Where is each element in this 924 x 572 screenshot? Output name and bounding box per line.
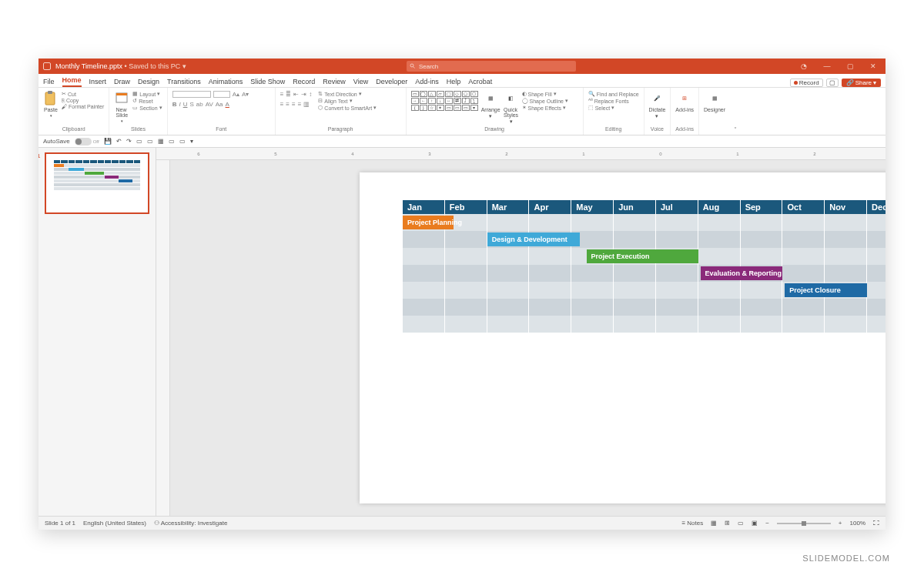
smartart-button[interactable]: ⬡ Convert to SmartArt ▾ — [318, 105, 377, 111]
slide[interactable]: JanFebMarAprMayJunJulAugSepOctNovDec Pro… — [360, 172, 886, 503]
search-box[interactable]: Search — [407, 61, 576, 72]
save-button[interactable]: 💾 — [104, 138, 112, 145]
sorter-view-button[interactable]: ⊞ — [725, 520, 730, 527]
bold-button[interactable]: B — [172, 101, 177, 108]
arrange-button[interactable]: ▦Arrange▾ — [481, 91, 500, 119]
tab-home[interactable]: Home — [62, 75, 82, 87]
close-button[interactable]: ✕ — [865, 62, 881, 70]
designer-button[interactable]: ▦Designer — [704, 91, 725, 112]
cut-button[interactable]: ✂ Cut — [62, 91, 104, 97]
reading-view-button[interactable]: ▭ — [738, 520, 744, 527]
align-right-button[interactable]: ≡ — [292, 101, 296, 108]
find-replace-button[interactable]: 🔍 Find and Replace — [588, 91, 639, 97]
zoom-slider[interactable] — [777, 523, 831, 524]
fit-window-button[interactable]: ⛶ — [873, 520, 879, 527]
numbering-button[interactable]: ≣ — [286, 91, 291, 98]
collapse-ribbon-button[interactable]: ˅ — [730, 88, 741, 135]
shadow-button[interactable]: ab — [196, 101, 203, 108]
gantt-task-bar[interactable]: Project Closure — [785, 283, 867, 297]
zoom-level[interactable]: 100% — [850, 520, 865, 527]
zoom-out-button[interactable]: − — [765, 520, 769, 527]
layout-button[interactable]: ▦ Layout ▾ — [132, 91, 162, 97]
tab-design[interactable]: Design — [138, 76, 159, 87]
tab-acrobat[interactable]: Acrobat — [468, 76, 492, 87]
qat-icon[interactable]: ▭ — [136, 138, 142, 145]
strike-button[interactable]: S — [189, 101, 193, 108]
justify-button[interactable]: ≡ — [298, 101, 302, 108]
font-family-select[interactable] — [172, 91, 211, 98]
underline-button[interactable]: U — [183, 101, 188, 108]
text-direction-button[interactable]: ⇅ Text Direction ▾ — [318, 91, 377, 97]
font-size-select[interactable] — [213, 91, 230, 98]
align-center-button[interactable]: ≡ — [286, 101, 290, 108]
quick-styles-button[interactable]: ◧Quick Styles▾ — [504, 91, 519, 125]
tab-animations[interactable]: Animations — [209, 76, 243, 87]
maximize-button[interactable]: ▢ — [842, 62, 858, 70]
autosave-toggle[interactable] — [75, 138, 92, 146]
shape-effects-button[interactable]: ✶ Shape Effects ▾ — [522, 105, 568, 111]
gantt-task-bar[interactable]: Project Planning — [403, 216, 454, 229]
tab-help[interactable]: Help — [447, 76, 461, 87]
gantt-task-bar[interactable]: Evaluation & Reporting — [701, 266, 783, 280]
slide-counter[interactable]: Slide 1 of 1 — [45, 520, 75, 527]
new-slide-button[interactable]: New Slide▾ — [114, 91, 129, 123]
slide-thumbnail-1[interactable] — [45, 152, 149, 214]
align-text-button[interactable]: ⊟ Align Text ▾ — [318, 98, 377, 104]
dictate-button[interactable]: 🎤Dictate▾ — [649, 91, 666, 119]
select-button[interactable]: ⬚ Select ▾ — [588, 105, 639, 111]
present-mode-icon[interactable]: ▢ — [826, 79, 839, 87]
qat-icon[interactable]: ▭ — [179, 138, 186, 145]
gantt-task-bar[interactable]: Design & Development — [487, 232, 581, 246]
paste-button[interactable]: Paste▾ — [43, 91, 59, 118]
tab-developer[interactable]: Developer — [376, 76, 407, 87]
undo-button[interactable]: ↶ — [116, 138, 122, 145]
shape-outline-button[interactable]: ◯ Shape Outline ▾ — [522, 98, 568, 104]
indent-decrease-button[interactable]: ⇤ — [293, 91, 299, 98]
decrease-font-button[interactable]: A▾ — [242, 91, 249, 98]
accessibility-status[interactable]: ⚇ Accessibility: Investigate — [154, 520, 227, 527]
notes-button[interactable]: ≡ Notes — [681, 520, 703, 527]
tab-record[interactable]: Record — [293, 76, 315, 87]
case-button[interactable]: Aa — [216, 101, 223, 108]
tab-transitions[interactable]: Transitions — [167, 76, 201, 87]
qat-more[interactable]: ▾ — [190, 138, 193, 145]
record-button[interactable]: Record — [790, 79, 823, 87]
font-color-button[interactable]: A — [226, 101, 229, 108]
shapes-gallery[interactable]: ▭◯△▱▢◇⬠⬡ →←↑↓↔⇄⤴⤵ {}☆✦▭▭▭▾ — [411, 91, 478, 111]
share-button[interactable]: 🔗 Share ▾ — [842, 79, 881, 87]
zoom-in-button[interactable]: + — [839, 520, 842, 527]
tab-slide-show[interactable]: Slide Show — [250, 76, 285, 87]
char-spacing-button[interactable]: AV — [206, 101, 213, 108]
increase-font-button[interactable]: A▴ — [233, 91, 239, 98]
bullets-button[interactable]: ≡ — [280, 91, 284, 98]
slideshow-view-button[interactable]: ▣ — [752, 520, 758, 527]
indent-increase-button[interactable]: ⇥ — [301, 91, 306, 98]
tab-file[interactable]: File — [43, 76, 55, 87]
line-spacing-button[interactable]: ↕ — [309, 91, 312, 98]
format-painter-button[interactable]: 🖌 Format Painter — [62, 104, 104, 109]
tab-insert[interactable]: Insert — [89, 76, 107, 87]
normal-view-button[interactable]: ▦ — [711, 520, 717, 527]
redo-button[interactable]: ↷ — [126, 138, 132, 145]
align-left-button[interactable]: ≡ — [280, 101, 284, 108]
section-button[interactable]: ▭ Section ▾ — [132, 105, 162, 111]
gantt-timeline[interactable]: JanFebMarAprMayJunJulAugSepOctNovDec Pro… — [403, 200, 886, 333]
qat-icon[interactable]: ▭ — [169, 138, 175, 145]
reset-button[interactable]: ↺ Reset — [132, 98, 162, 104]
copy-button[interactable]: ⎘ Copy — [62, 98, 104, 103]
replace-fonts-button[interactable]: ᴬᴮ Replace Fonts — [588, 98, 639, 104]
qat-icon[interactable]: ▦ — [158, 138, 164, 145]
addins-button[interactable]: ⊞Add-ins — [675, 91, 694, 112]
language-status[interactable]: English (United States) — [83, 520, 146, 527]
tab-add-ins[interactable]: Add-ins — [415, 76, 439, 87]
tab-view[interactable]: View — [353, 76, 368, 87]
slide-canvas[interactable]: JanFebMarAprMayJunJulAugSepOctNovDec Pro… — [170, 160, 886, 516]
tab-review[interactable]: Review — [323, 76, 346, 87]
italic-button[interactable]: I — [179, 101, 180, 108]
gantt-task-bar[interactable]: Project Execution — [587, 249, 698, 263]
slide-thumbnail-pane[interactable]: 1 — [38, 148, 156, 516]
user-icon[interactable]: ◔ — [796, 62, 812, 70]
qat-icon[interactable]: ▭ — [147, 138, 153, 145]
columns-button[interactable]: ▥ — [303, 101, 310, 108]
tab-draw[interactable]: Draw — [114, 76, 130, 87]
